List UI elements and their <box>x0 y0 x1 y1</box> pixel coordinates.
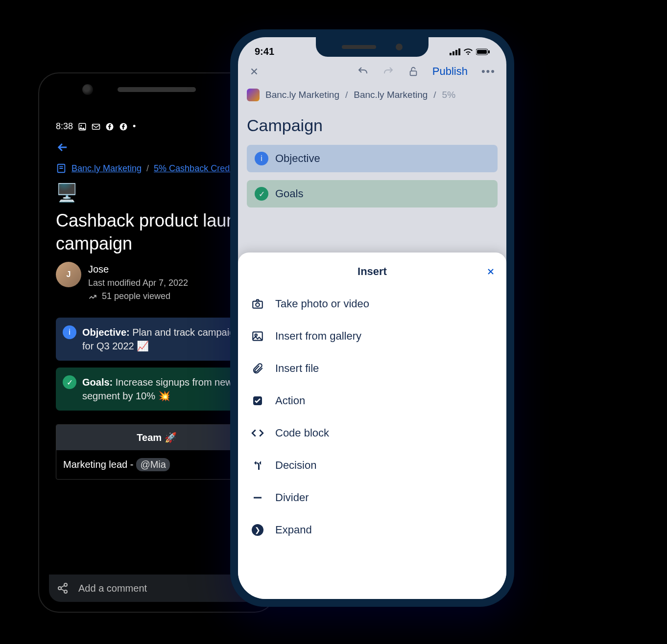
goals-label: Goals: <box>82 377 113 388</box>
menu-label: Insert file <box>275 362 319 375</box>
iphone-screen: 9:41 <box>238 37 506 599</box>
menu-action[interactable]: Action <box>238 385 506 417</box>
menu-label: Action <box>275 394 305 407</box>
code-icon <box>251 427 264 439</box>
facebook-icon <box>105 122 114 131</box>
status-dot-icon: • <box>133 121 136 132</box>
page-icon <box>56 163 67 174</box>
android-status-icons: • <box>78 121 136 132</box>
goals-panel[interactable]: ✓ Goals: Increase signups from new segme… <box>56 368 258 411</box>
menu-insert-file[interactable]: Insert file <box>238 352 506 385</box>
notch-camera <box>396 44 403 50</box>
image-icon <box>251 330 264 343</box>
objective-label: Objective: <box>82 327 130 338</box>
user-mention[interactable]: @Mia <box>136 458 170 471</box>
svg-point-19 <box>256 303 260 307</box>
expand-icon: ❯ <box>251 524 264 536</box>
svg-point-21 <box>255 334 257 336</box>
svg-point-7 <box>64 583 67 586</box>
info-icon: i <box>63 325 76 339</box>
sheet-title: Insert <box>357 265 387 278</box>
last-modified: Last modified Apr 7, 2022 <box>88 276 188 290</box>
share-icon[interactable] <box>57 582 69 594</box>
svg-rect-2 <box>93 124 100 129</box>
menu-label: Insert from gallery <box>275 330 361 343</box>
breadcrumb-separator: / <box>146 163 149 174</box>
sheet-close-button[interactable] <box>486 267 496 276</box>
view-count: 51 people viewed <box>102 290 170 303</box>
monitor-emoji-icon: 🖥️ <box>56 182 78 205</box>
notch-speaker <box>342 45 376 49</box>
menu-take-photo[interactable]: Take photo or video <box>238 288 506 320</box>
team-table: Team 🚀 Marketing lead - @Mia <box>56 424 258 480</box>
menu-code-block[interactable]: Code block <box>238 417 506 449</box>
menu-label: Decision <box>275 459 316 472</box>
insert-menu: Take photo or video Insert from gallery … <box>238 288 506 546</box>
analytics-icon <box>88 292 98 301</box>
checkbox-icon <box>251 395 264 407</box>
menu-divider[interactable]: Divider <box>238 482 506 514</box>
team-row-label: Marketing lead - <box>63 459 133 470</box>
facebook-icon <box>119 122 128 131</box>
decision-icon <box>251 460 264 471</box>
objective-panel[interactable]: i Objective: Plan and track campaign for… <box>56 318 258 361</box>
svg-point-8 <box>58 587 61 590</box>
menu-decision[interactable]: Decision <box>238 449 506 482</box>
iphone-notch <box>316 37 429 57</box>
check-icon: ✓ <box>63 375 76 389</box>
menu-label: Divider <box>275 491 309 504</box>
author-avatar[interactable]: J <box>56 262 81 287</box>
team-table-row[interactable]: Marketing lead - @Mia <box>56 450 257 479</box>
redo-button[interactable] <box>382 66 394 77</box>
svg-point-9 <box>64 590 67 593</box>
team-table-header: Team 🚀 <box>56 425 257 450</box>
menu-label: Expand <box>275 524 312 536</box>
svg-point-1 <box>80 125 82 126</box>
author-name: Jose <box>88 262 188 276</box>
breadcrumb-parent-link[interactable]: 5% Cashback Credit <box>154 163 234 174</box>
iphone-device-frame: 9:41 <box>230 29 514 607</box>
divider-icon <box>251 492 264 504</box>
menu-expand[interactable]: ❯ Expand <box>238 514 506 546</box>
android-speaker-bar <box>118 87 196 92</box>
android-camera-dot <box>82 84 93 95</box>
menu-insert-gallery[interactable]: Insert from gallery <box>238 320 506 352</box>
menu-label: Take photo or video <box>275 298 369 310</box>
svg-rect-18 <box>253 301 262 308</box>
camera-icon <box>251 298 264 310</box>
menu-label: Code block <box>275 427 329 439</box>
image-icon <box>78 122 87 131</box>
mail-icon <box>92 122 100 131</box>
insert-sheet: Insert Take photo or video Insert from g <box>238 253 506 599</box>
breadcrumb-space-link[interactable]: Banc.ly Marketing <box>71 163 142 174</box>
page-title-text: Cashback product launch campaign <box>56 209 258 255</box>
android-status-time: 8:38 <box>56 121 73 132</box>
attachment-icon <box>251 362 264 375</box>
add-comment-input[interactable]: Add a comment <box>78 583 147 594</box>
back-button[interactable] <box>56 140 70 154</box>
